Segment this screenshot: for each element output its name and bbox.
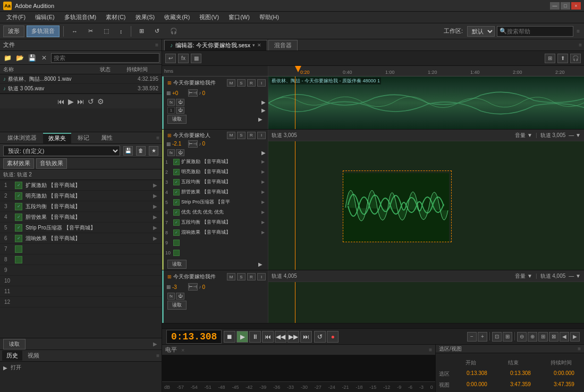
t2-effect-4[interactable]: 4 ✓ 胆管效果 【音平商城】 ▶ (164, 188, 266, 197)
effect-toggle-6[interactable]: ✓ (15, 235, 22, 242)
t2-effect-10[interactable]: 10 (164, 248, 266, 258)
files-play-button[interactable]: ▶ (68, 97, 74, 106)
workspace-select[interactable]: 默认 (467, 26, 495, 37)
track1-power-2[interactable]: ⏻ (176, 107, 184, 114)
effects-preset-select[interactable]: 预设: (自定义) (3, 146, 120, 156)
editor-panel-options[interactable]: ≡ (579, 42, 582, 48)
search-input[interactable] (507, 28, 571, 35)
t2e-toggle-4[interactable]: ✓ (173, 189, 180, 195)
t2-effect-5[interactable]: 5 ✓ Strip Pro压缩器 【音平 ▶ (164, 198, 266, 207)
zoom-all-out[interactable]: ⊠ (549, 332, 558, 342)
waveform-area-3[interactable] (268, 282, 584, 323)
waveform-area-1[interactable]: 蔡依林、陶喆 - 今天你要嫁给我 - 原版伴奏 48000 1 (268, 76, 584, 129)
t2e-toggle-3[interactable]: ✓ (173, 179, 180, 185)
tab-history[interactable]: 历史 (2, 351, 22, 361)
session-tab-close[interactable]: ▾ (252, 42, 255, 48)
t2-effect-2[interactable]: 2 ✓ 明亮激励 【音平商城】 ▶ (164, 167, 266, 177)
loop-btn[interactable]: ↺ (314, 331, 326, 343)
effect-item-7[interactable]: 7 (0, 244, 162, 254)
effects-read-button[interactable]: 读取 (3, 339, 26, 350)
export-button[interactable]: ⬆ (557, 54, 568, 63)
track2-input-btn[interactable]: I (257, 132, 266, 139)
track3-record-btn[interactable]: R (247, 273, 256, 280)
t2e-toggle-5[interactable]: ✓ (173, 199, 180, 206)
files-loop-button[interactable]: ↺ (88, 97, 94, 106)
track1-input-btn[interactable]: I (257, 79, 266, 87)
effects-delete-preset[interactable]: 🗑 (136, 146, 146, 156)
track2-expand-btn[interactable]: ▶ (261, 150, 266, 156)
loop-button[interactable]: ↺ (150, 25, 164, 37)
menu-favorites[interactable]: 收藏夹(R) (160, 12, 194, 22)
track3-fx-toggle[interactable]: fx (167, 293, 175, 300)
t2e-toggle-1[interactable]: ✓ (173, 159, 180, 165)
track-content-1[interactable]: 蔡依林、陶喆 - 今天你要嫁给我 - 原版伴奏 48000 1 (268, 76, 584, 129)
effects-panel-options[interactable]: ≡ (156, 135, 159, 141)
zoom-scroll-left[interactable]: ◀ (560, 332, 569, 342)
material-effects-button[interactable]: 素材效果 (3, 158, 34, 169)
files-panel-options[interactable]: ≡ (155, 42, 158, 48)
timeline-ruler[interactable]: 0:20 0:40 1:00 1:20 1:40 2:00 2:20 2:40 … (268, 66, 584, 76)
track2-fx-toggle[interactable]: fx (167, 149, 175, 156)
track2-record-btn[interactable]: R (247, 132, 256, 139)
effect-item-8[interactable]: 8 (0, 254, 162, 265)
snap-button[interactable]: ⊞ (135, 25, 148, 37)
maximize-button[interactable]: □ (561, 2, 570, 10)
effect-item-4[interactable]: 4 ✓ 胆管效果 【音平商城】 ▶ (0, 212, 162, 223)
skip-end-button[interactable]: ⏭ (300, 331, 312, 343)
effect-item-11[interactable]: 11 (0, 286, 162, 297)
save-file-button[interactable]: 💾 (27, 53, 37, 63)
track2-pan-btn[interactable]: ⊢⊣ (188, 140, 198, 148)
info-panel-options[interactable]: ≡ (578, 346, 581, 352)
meter-panel-options[interactable]: ≡ (429, 347, 432, 353)
tab-media-browser[interactable]: 媒体浏览器 (2, 133, 42, 143)
headphone-monitor[interactable]: 🎧 (570, 54, 581, 63)
effect-item-10[interactable]: 10 (0, 276, 162, 286)
mixdown-button[interactable]: ⊞ (545, 54, 555, 63)
open-file-button[interactable]: 📂 (14, 53, 25, 63)
t2e-toggle-10[interactable] (173, 250, 180, 256)
zoom-in-vert[interactable]: + (478, 332, 487, 342)
tab-video[interactable]: 视频 (23, 351, 44, 361)
track1-power-btn[interactable]: ⏻ (176, 99, 184, 106)
menu-window[interactable]: 窗口(W) (224, 12, 254, 22)
multitrack-mode-button[interactable]: 多轨混音 (27, 25, 60, 37)
effect-toggle-7[interactable] (15, 245, 22, 253)
t2-effect-7[interactable]: 7 ✓ 五段均衡 【音平商城】 ▶ (164, 218, 266, 227)
file-item-2[interactable]: ♪ 轨道 3 005.wav 3:38.592 (0, 84, 162, 93)
effects-star-preset[interactable]: ★ (149, 146, 158, 156)
razor-tool-button[interactable]: ✂ (84, 25, 97, 37)
t2-effect-6[interactable]: 6 ✓ 优先 优先 优先 优先 ▶ (164, 208, 266, 217)
effect-item-1[interactable]: 1 ✓ 扩展激励 【音平商城】 ▶ (0, 180, 162, 191)
track-content-3[interactable]: 轨道 4,005 音量 ▼ | 轨道 4,005 — ▼ (268, 270, 584, 323)
files-auto-button[interactable]: ⚙ (97, 97, 104, 106)
zoom-out-vert[interactable]: − (467, 332, 477, 342)
panel-options-button[interactable]: ≡ (575, 28, 581, 34)
effect-toggle-1[interactable]: ✓ (15, 182, 22, 189)
select-tool-button[interactable]: ⬚ (99, 25, 113, 37)
history-panel-options[interactable]: ≡ (156, 353, 159, 359)
skip-start-button[interactable]: ⏮ (262, 331, 274, 343)
menu-file[interactable]: 文件(F) (2, 12, 30, 22)
wave-mode-button[interactable]: 波形 (3, 25, 24, 37)
minimize-button[interactable]: — (550, 2, 560, 10)
tab-markers[interactable]: 标记 (72, 133, 95, 143)
track1-arrow-right[interactable]: ▶ (258, 116, 263, 122)
effect-toggle-4[interactable]: ✓ (15, 214, 22, 221)
t2-effect-9[interactable]: 9 (164, 238, 266, 248)
track3-input-btn[interactable]: I (257, 273, 266, 280)
track2-solo-btn[interactable]: S (237, 132, 246, 139)
track3-mute-btn[interactable]: M (227, 273, 235, 280)
t2e-toggle-6[interactable]: ✓ (173, 209, 180, 216)
t2-effect-8[interactable]: 8 ✓ 混响效果 【音平商城】 ▶ (164, 228, 266, 237)
headphone-button[interactable]: 🎧 (166, 25, 182, 37)
menu-view[interactable]: 视图(V) (195, 12, 223, 22)
zoom-scroll-right[interactable]: ▶ (570, 332, 580, 342)
track1-expand-btn[interactable]: ▶ (261, 99, 266, 105)
effects-expand-button[interactable]: ▶ (152, 341, 158, 347)
editor-tab-mixer[interactable]: 混音器 (268, 40, 298, 50)
tab-effects-rack[interactable]: 效果夹 (43, 133, 71, 143)
undo-button[interactable]: ↩ (165, 54, 176, 63)
track-content-2[interactable]: 轨道 3,005 音量 ▼ | 轨道 3,005 — ▼ (268, 130, 584, 270)
stop-button[interactable]: ⏹ (224, 331, 235, 343)
meter-button[interactable]: ▦ (191, 54, 201, 63)
